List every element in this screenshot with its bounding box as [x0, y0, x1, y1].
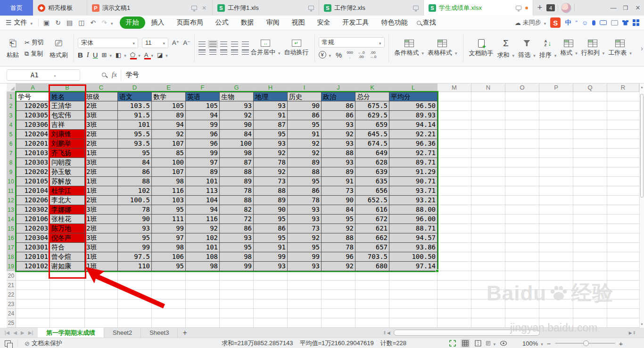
cell-E18[interactable]: 106 — [152, 252, 186, 262]
col-header-C[interactable]: C — [85, 83, 118, 92]
cell-A5[interactable]: 120204 — [16, 130, 50, 139]
cell-G6[interactable]: 100 — [220, 139, 254, 149]
cell-J15[interactable]: 92 — [322, 224, 355, 233]
cell-F9[interactable]: 89 — [186, 167, 220, 177]
cell-J17[interactable]: 78 — [322, 243, 355, 252]
cell-G17[interactable]: 95 — [220, 243, 254, 252]
punctuation-icon[interactable]: ” — [575, 19, 577, 26]
cell-A16[interactable]: 120304 — [16, 233, 50, 243]
cell-C15[interactable]: 2班 — [85, 224, 118, 233]
cell-B16[interactable]: 倪冬声 — [50, 233, 85, 243]
cell-I14[interactable]: 93 — [288, 215, 322, 224]
cell-K3[interactable]: 629.5 — [355, 111, 389, 120]
row-header-17[interactable]: 17 — [7, 243, 16, 252]
cell-K1[interactable]: 总分 — [355, 92, 389, 101]
cell-F14[interactable]: 116 — [186, 215, 220, 224]
underline-button[interactable]: U — [93, 51, 98, 59]
cell-L11[interactable]: 93.71 — [389, 186, 438, 196]
cell-D1[interactable]: 语文 — [118, 92, 152, 101]
row-header-20[interactable]: 20 — [7, 271, 16, 281]
cell-H10[interactable]: 73 — [254, 177, 288, 186]
fill-color-button[interactable]: ⬠ — [130, 51, 140, 58]
cell-C11[interactable]: 1班 — [85, 186, 118, 196]
cell-F17[interactable]: 101 — [186, 243, 220, 252]
sync-status[interactable]: ☁ 未同步 — [515, 18, 546, 27]
cell-C13[interactable]: 3班 — [85, 205, 118, 215]
row-header-4[interactable]: 4 — [7, 120, 16, 130]
copy-button[interactable]: ⧉复制 — [25, 50, 44, 58]
cell-H5[interactable]: 95 — [254, 130, 288, 139]
cell-G12[interactable]: 88 — [220, 196, 254, 205]
cell-B8[interactable]: 闫朝霞 — [50, 158, 85, 167]
cell-E7[interactable]: 85 — [152, 149, 186, 158]
col-header-F[interactable]: F — [186, 83, 220, 92]
row-header-22[interactable]: 22 — [7, 290, 16, 299]
horizontal-scrollbar[interactable]: ‖ ◀ ▶ ‖ — [384, 329, 644, 336]
cell-J5[interactable]: 92 — [322, 130, 355, 139]
cell-L3[interactable]: 89.93 — [389, 111, 438, 120]
cell-D3[interactable]: 91.5 — [118, 111, 152, 120]
eye-protection-button[interactable] — [499, 339, 508, 348]
sheet-tab-sheet2[interactable]: Sheet2 — [104, 328, 141, 338]
cell-A3[interactable]: 120305 — [16, 111, 50, 120]
scroll-right-icon[interactable]: ▶ — [629, 331, 632, 335]
thousands-button[interactable]: 000, — [347, 50, 353, 59]
cell-B17[interactable]: 符合 — [50, 243, 85, 252]
cell-G18[interactable]: 98 — [220, 252, 254, 262]
cell-D14[interactable]: 90 — [118, 215, 152, 224]
align-bottom-icon[interactable] — [220, 41, 227, 47]
cell-A17[interactable]: 120301 — [16, 243, 50, 252]
cell-I1[interactable]: 历史 — [288, 92, 322, 101]
cell-H18[interactable]: 99 — [254, 252, 288, 262]
cell-A13[interactable]: 120302 — [16, 205, 50, 215]
cell-K8[interactable]: 628 — [355, 158, 389, 167]
cell-B19[interactable]: 谢如康 — [50, 262, 85, 271]
cell-H1[interactable]: 地理 — [254, 92, 288, 101]
cell-G11[interactable]: 78 — [220, 186, 254, 196]
cell-E3[interactable]: 89 — [152, 111, 186, 120]
cell-F10[interactable]: 101 — [186, 177, 220, 186]
cell-K5[interactable]: 645.5 — [355, 130, 389, 139]
cell-I17[interactable]: 95 — [288, 243, 322, 252]
cell-F1[interactable]: 英语 — [186, 92, 220, 101]
find-button[interactable]: 查找 — [417, 18, 436, 27]
cell-I9[interactable]: 88 — [288, 167, 322, 177]
name-box[interactable]: A1 — [7, 69, 80, 81]
cell-D18[interactable]: 97.5 — [118, 252, 152, 262]
cell-F6[interactable]: 96 — [186, 139, 220, 149]
cell-A6[interactable]: 120201 — [16, 139, 50, 149]
col-header-Q[interactable]: Q — [573, 83, 607, 92]
minimize-button[interactable] — [607, 0, 619, 16]
wps-logo-icon[interactable]: S — [550, 17, 561, 28]
emoji-icon[interactable]: ☺ — [582, 19, 588, 26]
cell-H3[interactable]: 91 — [254, 111, 288, 120]
cell-B14[interactable]: 张桂花 — [50, 215, 85, 224]
cell-D12[interactable]: 100.5 — [118, 196, 152, 205]
cell-L4[interactable]: 94.14 — [389, 120, 438, 130]
cell-E15[interactable]: 99 — [152, 224, 186, 233]
row-header-8[interactable]: 8 — [7, 158, 16, 167]
doc-assistant-button[interactable]: 文档助手 — [467, 38, 495, 58]
cell-D19[interactable]: 110 — [118, 262, 152, 271]
decrease-indent-icon[interactable] — [231, 41, 238, 47]
tab-workbook1[interactable]: S 工作簿1.xls — [213, 0, 319, 16]
cell-H13[interactable]: 90 — [254, 205, 288, 215]
cell-G4[interactable]: 90 — [220, 120, 254, 130]
cell-D6[interactable]: 93.5 — [118, 139, 152, 149]
export-pdf-icon[interactable]: ↻ — [52, 19, 64, 26]
col-header-O[interactable]: O — [505, 83, 539, 92]
cell-A2[interactable]: 120205 — [16, 101, 50, 111]
currency-button[interactable]: ¥ — [319, 51, 331, 58]
cell-E12[interactable]: 103 — [152, 196, 186, 205]
cell-D5[interactable]: 95.5 — [118, 130, 152, 139]
cell-C6[interactable]: 2班 — [85, 139, 118, 149]
col-header-G[interactable]: G — [220, 83, 254, 92]
row-header-5[interactable]: 5 — [7, 130, 16, 139]
cell-J13[interactable]: 84 — [322, 205, 355, 215]
cell-L1[interactable]: 平均分 — [389, 92, 438, 101]
zoom-in-button[interactable]: + — [619, 340, 623, 348]
cell-I5[interactable]: 91 — [288, 130, 322, 139]
cell-K2[interactable]: 675.5 — [355, 101, 389, 111]
cell-D4[interactable]: 101 — [118, 120, 152, 130]
tab-insert[interactable]: 插入 — [145, 17, 171, 29]
